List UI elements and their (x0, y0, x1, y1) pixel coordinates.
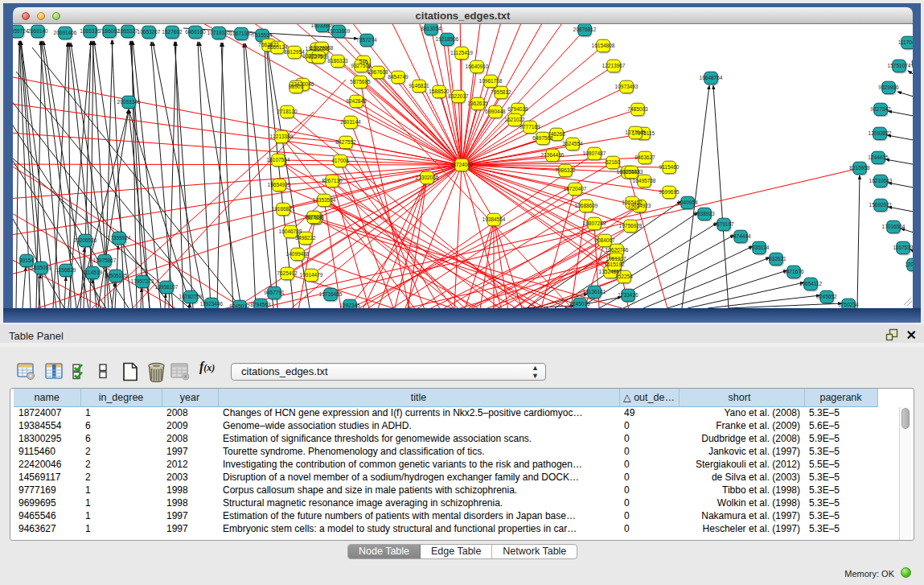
svg-text:9245013: 9245013 (569, 301, 590, 307)
svg-text:9242848: 9242848 (346, 98, 367, 104)
svg-text:1277045: 1277045 (625, 130, 646, 135)
svg-text:20876812: 20876812 (573, 27, 597, 32)
svg-text:16033809: 16033809 (327, 28, 351, 34)
svg-text:5875685: 5875685 (350, 79, 371, 84)
svg-text:11923446: 11923446 (200, 301, 224, 307)
svg-text:2967608: 2967608 (368, 69, 388, 75)
svg-text:13353594: 13353594 (313, 197, 336, 203)
svg-text:10973493: 10973493 (615, 84, 639, 89)
svg-text:2935114: 2935114 (749, 245, 770, 250)
svg-text:9699695: 9699695 (659, 189, 680, 195)
svg-text:9457791: 9457791 (264, 290, 285, 295)
svg-text:98901: 98901 (289, 84, 303, 89)
svg-text:1292345: 1292345 (339, 303, 360, 308)
svg-text:1117042: 1117042 (898, 39, 913, 45)
svg-text:16648764: 16648764 (700, 75, 723, 80)
svg-text:19654925: 19654925 (268, 182, 291, 187)
svg-text:39154: 39154 (19, 257, 34, 263)
svg-text:1114519: 1114519 (83, 270, 103, 275)
svg-text:16640910: 16640910 (466, 64, 489, 69)
svg-text:21364436: 21364436 (541, 152, 565, 158)
svg-text:17359924: 17359924 (108, 235, 131, 241)
svg-text:252254: 252254 (615, 274, 633, 279)
svg-text:7515524: 7515524 (252, 32, 273, 38)
svg-text:18807249: 18807249 (583, 220, 606, 226)
svg-text:8322037: 8322037 (448, 93, 469, 99)
svg-text:7632621: 7632621 (766, 256, 786, 262)
svg-text:16782759: 16782759 (179, 294, 203, 299)
svg-text:1527602: 1527602 (162, 29, 183, 35)
svg-text:3624554: 3624554 (562, 141, 583, 146)
svg-text:10620746: 10620746 (606, 247, 629, 253)
svg-text:9245652: 9245652 (816, 294, 837, 299)
svg-text:120345: 120345 (905, 262, 913, 267)
svg-text:20206536: 20206536 (74, 237, 97, 243)
svg-text:1061207: 1061207 (606, 256, 626, 262)
svg-text:7625402: 7625402 (277, 270, 298, 276)
svg-text:1167533: 1167533 (893, 245, 913, 250)
svg-text:14055724: 14055724 (13, 28, 29, 34)
svg-text:9327509: 9327509 (308, 54, 329, 60)
svg-text:17957223: 17957223 (131, 278, 154, 284)
svg-text:8813054: 8813054 (421, 26, 441, 31)
svg-text:1733426: 1733426 (618, 292, 639, 298)
svg-text:122185: 122185 (910, 60, 913, 66)
svg-text:62160: 62160 (606, 159, 620, 165)
svg-text:9227342: 9227342 (870, 106, 891, 112)
svg-text:12213389: 12213389 (270, 134, 294, 139)
svg-text:6879197: 6879197 (713, 221, 734, 227)
svg-text:7986322: 7986322 (555, 167, 576, 173)
svg-text:10961758: 10961758 (479, 78, 503, 84)
svg-text:9329966: 9329966 (878, 84, 899, 90)
svg-text:16046788: 16046788 (279, 229, 302, 234)
svg-text:587834: 587834 (305, 214, 322, 220)
svg-text:10975867: 10975867 (93, 257, 117, 263)
svg-text:9463627: 9463627 (634, 154, 655, 160)
svg-text:417004: 417004 (331, 158, 349, 163)
svg-text:9084067: 9084067 (594, 237, 615, 243)
svg-text:12505135: 12505135 (105, 273, 128, 278)
svg-text:2803144: 2803144 (340, 119, 361, 125)
svg-text:15720407: 15720407 (564, 186, 587, 192)
svg-text:15692971: 15692971 (869, 202, 893, 208)
svg-text:16210643: 16210643 (869, 178, 893, 183)
svg-text:10688609: 10688609 (575, 203, 598, 208)
svg-text:10719185: 10719185 (207, 30, 231, 35)
svg-text:13226058: 13226058 (310, 45, 334, 51)
svg-text:7485003: 7485003 (627, 106, 648, 112)
svg-text:10807487: 10807487 (583, 150, 606, 156)
svg-text:2718120: 2718120 (277, 109, 298, 114)
svg-text:9327508: 9327508 (351, 63, 372, 68)
svg-text:8454749: 8454749 (388, 74, 409, 80)
svg-text:6990448: 6990448 (485, 109, 506, 114)
svg-text:3498222: 3498222 (295, 235, 316, 241)
svg-text:16914479: 16914479 (300, 272, 323, 278)
svg-text:11125419: 11125419 (450, 50, 473, 56)
svg-text:6466160: 6466160 (185, 29, 206, 35)
svg-text:9115460: 9115460 (659, 164, 680, 170)
svg-text:8267130: 8267130 (322, 178, 343, 183)
svg-text:19218506: 19218506 (436, 36, 459, 42)
svg-text:10654112: 10654112 (799, 281, 823, 286)
svg-text:8186323: 8186323 (327, 58, 348, 64)
svg-text:20691406: 20691406 (54, 30, 77, 35)
svg-text:1156829: 1156829 (56, 267, 76, 273)
svg-text:8427552: 8427552 (335, 139, 356, 145)
svg-text:9146821: 9146821 (409, 83, 429, 89)
svg-text:20053346: 20053346 (117, 99, 141, 105)
svg-text:7955812: 7955812 (491, 89, 511, 95)
svg-text:12093822: 12093822 (869, 130, 892, 136)
svg-text:19384554: 19384554 (483, 216, 506, 222)
svg-text:19166827: 19166827 (272, 206, 295, 212)
svg-text:1621022: 1621022 (504, 117, 525, 122)
svg-text:9777169: 9777169 (519, 124, 540, 130)
svg-text:1365402: 1365402 (622, 200, 643, 205)
svg-text:18724007: 18724007 (450, 162, 474, 167)
svg-text:14099488: 14099488 (286, 251, 310, 257)
svg-text:9474444: 9474444 (730, 233, 751, 239)
svg-text:14136141: 14136141 (583, 289, 606, 295)
svg-text:1835061: 1835061 (31, 265, 51, 270)
svg-text:23302035: 23302035 (416, 175, 439, 180)
svg-text:8471676: 8471676 (783, 269, 804, 274)
svg-text:15751074: 15751074 (888, 63, 911, 68)
